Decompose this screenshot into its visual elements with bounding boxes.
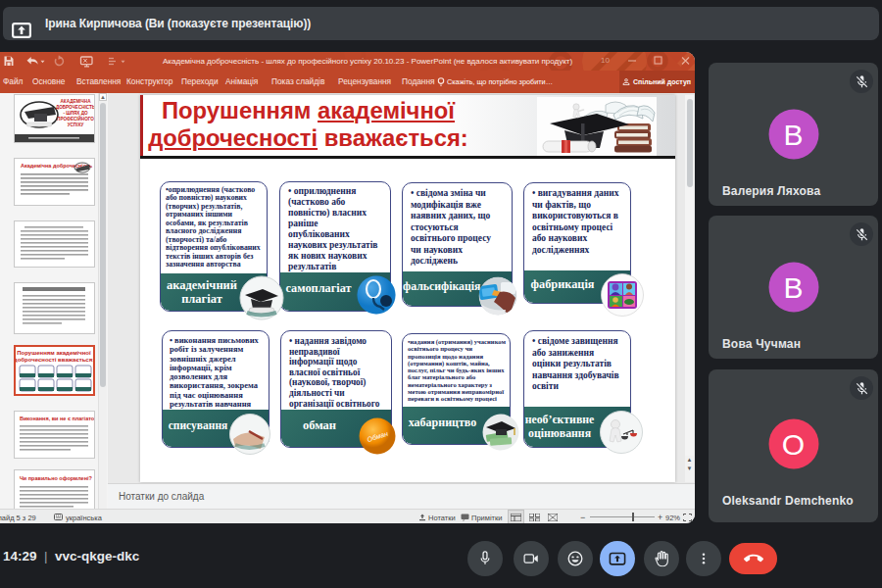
svg-text:УСПІХУ: УСПІХУ (68, 122, 84, 127)
svg-text:ДОБРОЧЕСНІСТЬ: ДОБРОЧЕСНІСТЬ (56, 105, 94, 110)
svg-text:доброчесності вважається:: доброчесності вважається: (16, 357, 93, 363)
svg-text:10: 10 (601, 56, 610, 65)
svg-text:Порушенням академічної: Порушенням академічної (17, 350, 91, 356)
svg-text:- ШЛЯХ ДО: - ШЛЯХ ДО (63, 111, 88, 116)
svg-text:ПРОФЕСІЙНОГО: ПРОФЕСІЙНОГО (57, 115, 94, 122)
svg-text:АКАДЕМІЧНА: АКАДЕМІЧНА (61, 99, 92, 104)
svg-text:Чи правильно оформлені?: Чи правильно оформлені? (20, 475, 93, 481)
svg-text:Виконання, ви не є плагіатом: Виконання, ви не є плагіатом (20, 416, 94, 421)
